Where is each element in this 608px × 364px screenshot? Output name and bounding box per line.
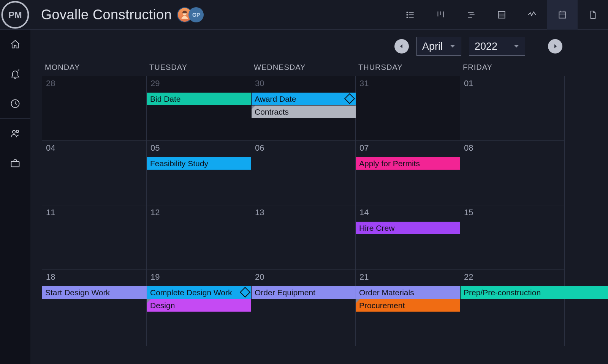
- day-cell[interactable]: 18: [42, 270, 147, 346]
- day-cell[interactable]: 07: [356, 141, 460, 205]
- task-notch-icon: [252, 106, 255, 109]
- event-design[interactable]: Design: [147, 299, 251, 312]
- view-workload[interactable]: [517, 0, 547, 30]
- milestone-icon: [344, 93, 355, 104]
- event-order-materials[interactable]: Order Materials: [356, 286, 460, 299]
- event-feasibility[interactable]: Feasibility Study: [147, 157, 251, 170]
- task-notch-icon: [356, 299, 360, 303]
- project-title: Govalle Construction: [41, 7, 172, 23]
- month-select-value: April: [422, 41, 443, 52]
- event-permits[interactable]: Apply for Permits: [356, 157, 460, 170]
- milestone-icon: [240, 287, 250, 298]
- event-procurement[interactable]: Procurement: [356, 299, 460, 312]
- task-notch-icon: [147, 299, 151, 303]
- next-month-button[interactable]: [548, 39, 562, 54]
- view-board[interactable]: [426, 0, 456, 30]
- chevron-down-icon: [450, 44, 456, 49]
- day-cell[interactable]: 08: [460, 141, 565, 205]
- event-start-design[interactable]: Start Design Work: [42, 286, 147, 299]
- day-cell[interactable]: 01: [460, 76, 565, 141]
- view-sheet[interactable]: [486, 0, 517, 30]
- event-prep[interactable]: Prep/Pre-construction: [461, 286, 608, 299]
- weekday-header: WEDNESDAY: [254, 63, 358, 77]
- event-contracts[interactable]: Contracts: [252, 106, 356, 118]
- svg-line-22: [18, 69, 19, 70]
- day-cell[interactable]: 15: [460, 205, 565, 270]
- day-cell[interactable]: 14: [356, 205, 460, 270]
- team-icon[interactable]: [0, 119, 30, 148]
- svg-rect-15: [498, 11, 505, 18]
- view-calendar[interactable]: [547, 0, 578, 30]
- view-gantt[interactable]: [456, 0, 486, 30]
- view-files[interactable]: [578, 0, 608, 30]
- home-icon[interactable]: [0, 30, 30, 59]
- day-cell[interactable]: 06: [251, 141, 356, 205]
- briefcase-icon[interactable]: [0, 148, 30, 178]
- day-cell[interactable]: 04: [42, 141, 147, 205]
- weekday-header: THURSDAY: [358, 63, 463, 77]
- prev-month-button[interactable]: [394, 39, 409, 54]
- svg-rect-18: [559, 12, 565, 18]
- event-award-date[interactable]: Award Date: [252, 93, 356, 105]
- svg-point-25: [16, 130, 19, 132]
- day-cell[interactable]: 05: [147, 141, 251, 205]
- day-cell[interactable]: 13: [251, 205, 356, 270]
- chevron-down-icon: [513, 44, 519, 49]
- day-cell[interactable]: 31: [356, 76, 460, 141]
- member-avatar-initials[interactable]: GP: [188, 7, 204, 22]
- weekday-header: TUESDAY: [149, 63, 254, 77]
- event-bid-date[interactable]: Bid Date: [147, 93, 251, 105]
- day-cell[interactable]: 22: [460, 270, 565, 346]
- svg-point-8: [407, 17, 407, 17]
- app-logo[interactable]: PM: [0, 0, 30, 30]
- event-hire-crew[interactable]: Hire Crew: [356, 222, 460, 234]
- svg-point-7: [407, 14, 407, 15]
- weekday-header: FRIDAY: [463, 63, 567, 77]
- notifications-icon[interactable]: [0, 59, 30, 89]
- year-select-value: 2022: [475, 41, 497, 52]
- svg-point-24: [13, 131, 15, 133]
- weekday-header: MONDAY: [45, 63, 149, 77]
- year-select[interactable]: 2022: [469, 37, 525, 56]
- svg-point-6: [407, 12, 407, 13]
- day-cell[interactable]: 20: [251, 270, 356, 346]
- event-complete-design[interactable]: Complete Design Work: [147, 286, 251, 299]
- month-select[interactable]: April: [416, 37, 461, 56]
- day-cell[interactable]: 29: [147, 76, 251, 141]
- day-cell[interactable]: 28: [42, 76, 147, 141]
- day-cell[interactable]: 11: [42, 205, 147, 270]
- svg-text:PM: PM: [8, 10, 22, 20]
- view-list[interactable]: [395, 0, 426, 30]
- day-cell[interactable]: 12: [147, 205, 251, 270]
- recent-icon[interactable]: [0, 89, 30, 118]
- svg-rect-26: [11, 161, 19, 167]
- event-order-equipment[interactable]: Order Equipment: [252, 286, 356, 299]
